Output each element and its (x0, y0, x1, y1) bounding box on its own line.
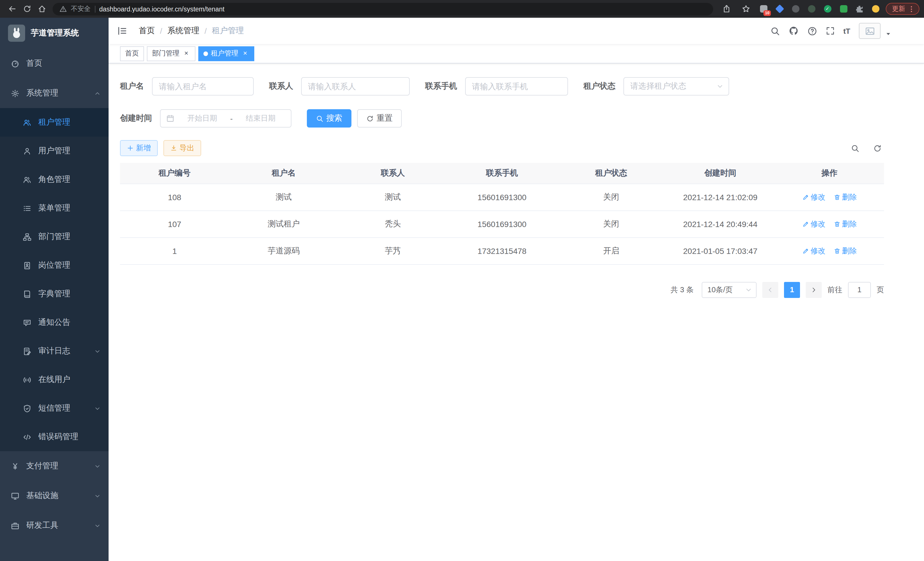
table-row: 1芋道源码芋艿17321315478开启2021-01-05 17:03:47修… (120, 237, 884, 264)
sidebar: 芋道管理系统 首页系统管理租户管理用户管理角色管理菜单管理部门管理岗位管理字典管… (0, 18, 109, 561)
goto-page-input[interactable] (848, 282, 871, 298)
breadcrumb-separator: / (205, 26, 207, 35)
sidebar-item-notice[interactable]: 通知公告 (0, 308, 109, 337)
caret-down-icon[interactable] (885, 31, 891, 37)
share-icon[interactable] (719, 2, 734, 16)
sidebar-item-post[interactable]: 岗位管理 (0, 251, 109, 280)
page-size-select[interactable]: 10条/页 (702, 282, 757, 298)
sidebar-item-devtool[interactable]: 研发工具 (0, 511, 109, 540)
delete-link[interactable]: 删除 (833, 246, 857, 256)
sidebar-item-dict[interactable]: 字典管理 (0, 280, 109, 308)
tab-dept[interactable]: 部门管理× (147, 46, 195, 61)
sidebar-item-infra[interactable]: 基础设施 (0, 481, 109, 511)
extension-icon[interactable] (774, 3, 785, 15)
search-button[interactable]: 搜索 (307, 109, 351, 128)
sidebar-item-dept[interactable]: 部门管理 (0, 223, 109, 251)
tenant-icon (23, 118, 32, 127)
avatar[interactable] (859, 23, 880, 39)
add-button-label: 新增 (136, 143, 151, 153)
cell-contact: 秃头 (338, 211, 447, 237)
edit-icon (802, 247, 809, 254)
column-header: 联系手机 (447, 163, 556, 183)
chevron-down-icon (94, 463, 100, 469)
tab-close-icon[interactable]: × (241, 50, 249, 57)
help-icon[interactable] (807, 26, 817, 36)
hamburger-fold-icon[interactable] (117, 24, 131, 38)
user-icon (23, 147, 32, 155)
url-bar[interactable]: 不安全 dashboard.yudao.iocoder.cn/system/te… (52, 3, 713, 15)
phone-input[interactable] (465, 77, 568, 96)
page-size-value: 10条/页 (707, 284, 733, 295)
hide-search-icon[interactable] (851, 144, 860, 152)
extension-icon[interactable] (806, 3, 817, 15)
tenant-status-select[interactable]: 请选择租户状态 (623, 77, 729, 96)
breadcrumb-item[interactable]: 系统管理 (167, 26, 200, 36)
sidebar-item-user[interactable]: 用户管理 (0, 137, 109, 165)
sidebar-item-tenant[interactable]: 租户管理 (0, 108, 109, 137)
sidebar-item-audit-log[interactable]: 审计日志 (0, 337, 109, 365)
fullscreen-icon[interactable] (825, 26, 835, 35)
edit-link[interactable]: 修改 (802, 246, 825, 256)
next-page-button[interactable] (806, 282, 822, 298)
export-button[interactable]: 导出 (164, 140, 201, 156)
extension-icon[interactable]: ✓ (822, 3, 833, 15)
font-size-icon[interactable]: tT (843, 27, 850, 35)
cell-id: 1 (120, 237, 229, 264)
create-time-range-picker[interactable]: 开始日期 - 结束日期 (160, 109, 291, 128)
cell-actions: 修改删除 (775, 237, 884, 264)
sidebar-item-system[interactable]: 系统管理 (0, 78, 109, 108)
sidebar-item-menu[interactable]: 菜单管理 (0, 194, 109, 223)
cell-status: 关闭 (556, 211, 666, 237)
add-button[interactable]: 新增 (120, 140, 158, 156)
sidebar-item-online-user[interactable]: 在线用户 (0, 365, 109, 394)
edit-link[interactable]: 修改 (802, 219, 825, 229)
reload-icon[interactable] (20, 2, 34, 16)
back-icon[interactable] (4, 2, 20, 16)
search-icon[interactable] (770, 26, 780, 36)
sidebar-item-label: 支付管理 (26, 461, 87, 471)
search-button-label: 搜索 (326, 113, 342, 123)
sidebar-item-label: 基础设施 (26, 491, 87, 501)
breadcrumb-item[interactable]: 首页 (139, 26, 155, 36)
edit-link[interactable]: 修改 (802, 192, 825, 202)
sidebar-item-sms[interactable]: 短信管理 (0, 394, 109, 423)
extension-icon[interactable] (838, 3, 849, 15)
tab-tenant[interactable]: 租户管理× (198, 46, 254, 61)
sidebar-item-pay[interactable]: 支付管理 (0, 451, 109, 481)
home-icon[interactable] (34, 2, 49, 16)
extensions-puzzle-icon[interactable] (854, 3, 865, 15)
delete-link[interactable]: 删除 (833, 192, 857, 202)
profile-avatar-icon[interactable] (870, 3, 881, 15)
github-icon[interactable] (788, 26, 799, 36)
tab-close-icon[interactable]: × (182, 50, 190, 57)
page-1-button[interactable]: 1 (784, 282, 800, 298)
contact-input[interactable] (301, 77, 410, 96)
sidebar-item-label: 用户管理 (38, 146, 100, 156)
logo[interactable]: 芋道管理系统 (0, 18, 109, 49)
prev-page-button[interactable] (762, 282, 778, 298)
reset-button[interactable]: 重置 (357, 109, 402, 128)
column-header: 创建时间 (666, 163, 775, 183)
column-header: 联系人 (338, 163, 447, 183)
sidebar-item-error-code[interactable]: 错误码管理 (0, 423, 109, 451)
cell-name: 测试 (229, 183, 338, 211)
delete-link[interactable]: 删除 (833, 219, 857, 229)
tab-home[interactable]: 首页 (120, 46, 144, 61)
sidebar-item-label: 首页 (26, 58, 100, 69)
bookmark-star-icon[interactable] (738, 2, 753, 16)
cell-actions: 修改删除 (775, 183, 884, 211)
extension-icon[interactable] (790, 3, 801, 15)
update-button[interactable]: 更新 (886, 3, 920, 15)
extension-icon[interactable]: 10 (758, 3, 769, 15)
plus-icon (127, 145, 134, 152)
start-date-placeholder: 开始日期 (178, 113, 227, 123)
sidebar-item-role[interactable]: 角色管理 (0, 165, 109, 194)
tenant-name-input[interactable] (152, 77, 254, 96)
cell-created: 2021-12-14 21:02:09 (666, 183, 775, 211)
refresh-table-icon[interactable] (873, 144, 882, 152)
online-signal-icon (23, 375, 32, 384)
update-label: 更新 (892, 5, 905, 13)
gear-icon (11, 89, 20, 98)
filter-row-2: 创建时间 开始日期 - 结束日期 搜索 重置 (120, 109, 884, 128)
sidebar-item-home[interactable]: 首页 (0, 49, 109, 78)
